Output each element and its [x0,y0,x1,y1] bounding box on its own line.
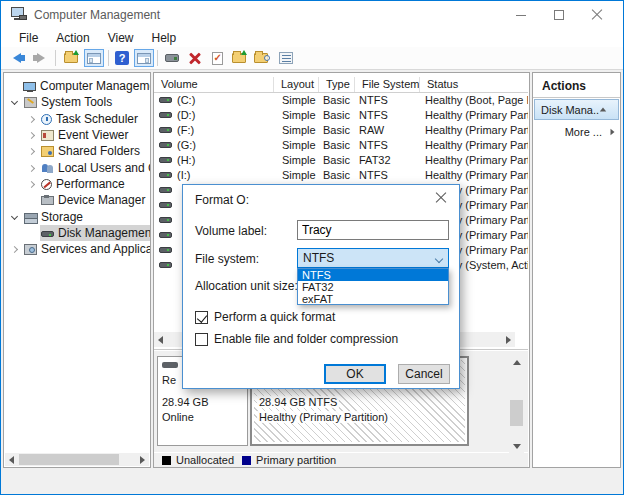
format-dialog: Format O: Volume label: File system: NTF… [182,184,460,389]
menu-help[interactable]: Help [143,29,186,47]
menu-view[interactable]: View [99,29,143,47]
menu-action[interactable]: Action [47,29,98,47]
delete-button[interactable] [185,49,205,67]
back-button[interactable] [7,49,27,67]
column-header-status[interactable]: Status [420,77,528,92]
cancel-button[interactable]: Cancel [398,364,450,384]
tree-item-task-scheduler[interactable]: Task Scheduler [5,111,150,127]
table-row[interactable]: (H:)SimpleBasicFAT32Healthy (Primary Par… [154,153,528,168]
compression-checkbox[interactable]: Enable file and folder compression [195,332,398,346]
tree-item-event-viewer[interactable]: Event Viewer [5,127,150,143]
scrollbar-thumb[interactable] [19,454,119,465]
actions-group-disk-management[interactable]: Disk Mana... [534,99,619,120]
chevron-collapsed-icon[interactable] [28,180,35,187]
volume-icon [159,217,172,223]
volume-icon [159,247,172,253]
tree-item-device-manager[interactable]: Device Manager [5,192,150,208]
scroll-right-button[interactable] [502,332,515,347]
maximize-icon [554,10,564,20]
menu-bar: File Action View Help [1,29,623,47]
scrollbar-thumb[interactable] [510,400,523,426]
dialog-title: Format O: [195,193,249,207]
checklist-button[interactable] [276,49,296,67]
quick-format-checkbox[interactable]: Perform a quick format [195,310,335,324]
partition-status: Healthy (Primary Partition) [257,411,390,423]
volume-icon [159,202,172,208]
scroll-right-button[interactable] [136,453,149,466]
volume-label-input[interactable] [297,220,449,240]
chevron-expanded-icon[interactable] [11,97,18,104]
tree-item-local-users[interactable]: Local Users and Gro [5,160,150,176]
tree-item-computer-management[interactable]: Computer Management (L [5,78,150,94]
minimize-icon [516,15,526,16]
table-row[interactable]: (C:)SimpleBasicNTFSHealthy (Boot, Page F [154,93,528,108]
dropdown-option-exfat[interactable]: exFAT [298,293,448,305]
tree-item-system-tools[interactable]: System Tools [5,94,150,110]
close-button[interactable] [581,1,613,29]
file-system-combobox[interactable]: NTFS [297,248,449,268]
chevron-expanded-icon[interactable] [11,212,18,219]
scroll-right-icon [506,336,511,344]
tree-item-disk-management[interactable]: Disk Management [5,225,150,241]
scroll-left-button[interactable] [154,332,167,347]
console-tree-toggle[interactable] [84,49,104,67]
disk-view-vertical-scrollbar[interactable] [509,356,524,453]
column-header-file-system[interactable]: File System [355,77,420,92]
table-row[interactable]: (D:)SimpleBasicNTFSHealthy (Primary Part [154,108,528,123]
disk-name: Re [162,374,176,386]
file-system-value: NTFS [298,251,334,265]
help-button[interactable] [112,49,132,67]
maximize-button[interactable] [543,1,575,29]
scroll-up-button[interactable] [510,356,523,369]
chevron-down-icon [435,255,443,263]
table-row[interactable]: (F:)SimpleBasicRAWHealthy (Primary Part [154,123,528,138]
scroll-left-button[interactable] [5,453,18,466]
dialog-close-button[interactable] [431,189,451,207]
primary-partition-swatch [242,456,251,465]
dropdown-option-fat32[interactable]: FAT32 [298,281,448,293]
table-row[interactable]: (I:)SimpleBasicNTFSHealthy (Primary Part [154,168,528,183]
column-header-type[interactable]: Type [319,77,355,92]
forward-button[interactable] [31,49,51,67]
tree-horizontal-scrollbar[interactable] [5,453,149,466]
tree-item-storage[interactable]: Storage [5,209,150,225]
chevron-collapsed-icon[interactable] [28,115,35,122]
volume-icon [159,142,172,148]
checkbox-checked-icon[interactable] [195,311,208,324]
column-header-layout[interactable]: Layout [274,77,319,92]
properties-button[interactable] [207,49,227,67]
device-manager-icon [41,196,54,205]
volume-icon [159,112,172,118]
tree-item-performance[interactable]: Performance [5,176,150,192]
actions-more-item[interactable]: More ... [534,122,619,141]
column-header-volume[interactable]: Volume [154,77,274,92]
actions-header: Actions [533,79,620,93]
forward-icon [37,53,45,63]
chevron-collapsed-icon[interactable] [28,147,35,154]
action-pane-toggle[interactable] [134,49,154,67]
scroll-down-button[interactable] [510,440,523,453]
device-tool-button[interactable] [162,49,182,67]
partition-legend: Unallocated Primary partition [154,453,528,467]
chevron-collapsed-icon[interactable] [28,164,35,171]
tree-item-shared-folders[interactable]: Shared Folders [5,143,150,159]
export-button[interactable] [229,49,249,67]
scroll-left-icon [9,456,14,464]
tree-item-services[interactable]: Services and Applicatio [5,241,150,257]
menu-file[interactable]: File [10,29,47,47]
delete-x-icon [189,52,201,64]
help-icon [115,51,129,65]
chevron-collapsed-icon[interactable] [28,131,35,138]
ok-button[interactable]: OK [324,364,386,384]
table-row[interactable]: (G:)SimpleBasicNTFSHealthy (Primary Part [154,138,528,153]
checkbox-unchecked-icon[interactable] [195,333,208,346]
quick-format-label: Perform a quick format [214,310,335,324]
find-button[interactable] [251,49,271,67]
chevron-collapsed-icon[interactable] [11,245,18,252]
disk-management-icon [41,231,54,237]
minimize-button[interactable] [505,1,537,29]
up-level-button[interactable] [61,49,81,67]
task-scheduler-icon [41,114,52,125]
collapse-icon [600,108,606,112]
dropdown-option-ntfs[interactable]: NTFS [298,269,448,281]
